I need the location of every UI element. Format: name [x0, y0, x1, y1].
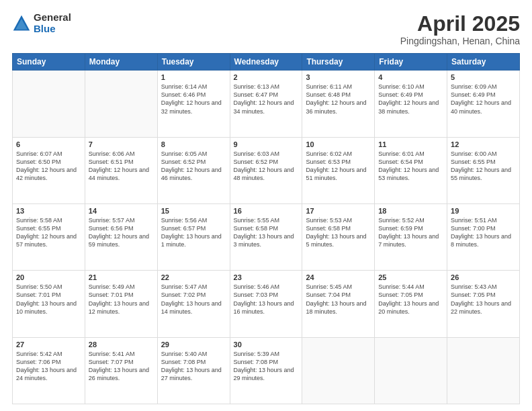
day-cell: 20Sunrise: 5:50 AM Sunset: 7:01 PM Dayli…: [13, 271, 85, 337]
day-info: Sunrise: 5:46 AM Sunset: 7:03 PM Dayligh…: [234, 283, 299, 316]
col-tuesday: Tuesday: [157, 54, 230, 71]
day-number: 20: [16, 273, 81, 281]
day-number: 19: [451, 207, 516, 215]
day-info: Sunrise: 6:00 AM Sunset: 6:55 PM Dayligh…: [451, 150, 516, 183]
day-cell: 2Sunrise: 6:13 AM Sunset: 6:47 PM Daylig…: [230, 71, 302, 137]
day-number: 9: [234, 140, 299, 148]
day-number: 3: [306, 73, 371, 81]
day-info: Sunrise: 5:53 AM Sunset: 6:58 PM Dayligh…: [306, 216, 371, 249]
day-info: Sunrise: 5:55 AM Sunset: 6:58 PM Dayligh…: [234, 216, 299, 249]
header-row: Sunday Monday Tuesday Wednesday Thursday…: [13, 54, 520, 71]
logo-general-text: General: [34, 12, 71, 24]
day-cell: 6Sunrise: 6:07 AM Sunset: 6:50 PM Daylig…: [13, 137, 85, 203]
day-info: Sunrise: 5:43 AM Sunset: 7:05 PM Dayligh…: [451, 283, 516, 316]
col-saturday: Saturday: [447, 54, 520, 71]
day-cell: 1Sunrise: 6:14 AM Sunset: 6:46 PM Daylig…: [157, 71, 230, 137]
col-wednesday: Wednesday: [230, 54, 302, 71]
subtitle: Pingdingshan, Henan, China: [400, 36, 520, 46]
day-info: Sunrise: 6:10 AM Sunset: 6:49 PM Dayligh…: [378, 83, 443, 116]
day-number: 26: [451, 273, 516, 281]
day-number: 30: [234, 340, 299, 349]
day-cell: 24Sunrise: 5:45 AM Sunset: 7:04 PM Dayli…: [302, 271, 375, 337]
day-cell: [302, 337, 375, 404]
col-sunday: Sunday: [13, 54, 85, 71]
day-cell: 30Sunrise: 5:39 AM Sunset: 7:08 PM Dayli…: [230, 337, 302, 404]
title-block: April 2025 Pingdingshan, Henan, China: [400, 12, 520, 46]
day-cell: 8Sunrise: 6:05 AM Sunset: 6:52 PM Daylig…: [157, 137, 230, 203]
day-info: Sunrise: 5:39 AM Sunset: 7:08 PM Dayligh…: [234, 350, 299, 383]
day-cell: 3Sunrise: 6:11 AM Sunset: 6:48 PM Daylig…: [302, 71, 375, 137]
day-info: Sunrise: 5:58 AM Sunset: 6:55 PM Dayligh…: [16, 216, 81, 249]
day-number: 14: [89, 207, 154, 215]
day-number: 16: [234, 207, 299, 215]
week-row-4: 20Sunrise: 5:50 AM Sunset: 7:01 PM Dayli…: [13, 271, 520, 337]
day-cell: 27Sunrise: 5:42 AM Sunset: 7:06 PM Dayli…: [13, 337, 85, 404]
day-cell: 7Sunrise: 6:06 AM Sunset: 6:51 PM Daylig…: [85, 137, 157, 203]
day-cell: [447, 337, 520, 404]
day-number: 7: [89, 140, 154, 148]
day-info: Sunrise: 5:56 AM Sunset: 6:57 PM Dayligh…: [161, 216, 226, 249]
week-row-1: 1Sunrise: 6:14 AM Sunset: 6:46 PM Daylig…: [13, 71, 520, 137]
day-info: Sunrise: 6:07 AM Sunset: 6:50 PM Dayligh…: [16, 150, 81, 183]
day-number: 4: [378, 73, 443, 81]
day-info: Sunrise: 6:05 AM Sunset: 6:52 PM Dayligh…: [161, 150, 226, 183]
day-info: Sunrise: 5:49 AM Sunset: 7:01 PM Dayligh…: [89, 283, 154, 316]
day-cell: 14Sunrise: 5:57 AM Sunset: 6:56 PM Dayli…: [85, 203, 157, 270]
day-number: 22: [161, 273, 226, 281]
day-number: 29: [161, 340, 226, 349]
day-cell: 4Sunrise: 6:10 AM Sunset: 6:49 PM Daylig…: [375, 71, 447, 137]
week-row-2: 6Sunrise: 6:07 AM Sunset: 6:50 PM Daylig…: [13, 137, 520, 203]
logo-text: General Blue: [34, 12, 71, 34]
day-info: Sunrise: 5:51 AM Sunset: 7:00 PM Dayligh…: [451, 216, 516, 249]
calendar-table: Sunday Monday Tuesday Wednesday Thursday…: [12, 53, 520, 404]
day-number: 15: [161, 207, 226, 215]
day-number: 25: [378, 273, 443, 281]
day-number: 11: [378, 140, 443, 148]
day-number: 6: [16, 140, 81, 148]
day-info: Sunrise: 6:14 AM Sunset: 6:46 PM Dayligh…: [161, 83, 226, 116]
day-cell: 15Sunrise: 5:56 AM Sunset: 6:57 PM Dayli…: [157, 203, 230, 270]
day-info: Sunrise: 6:02 AM Sunset: 6:53 PM Dayligh…: [306, 150, 371, 183]
week-row-3: 13Sunrise: 5:58 AM Sunset: 6:55 PM Dayli…: [13, 203, 520, 270]
day-number: 27: [16, 340, 81, 349]
day-info: Sunrise: 6:01 AM Sunset: 6:54 PM Dayligh…: [378, 150, 443, 183]
day-cell: 25Sunrise: 5:44 AM Sunset: 7:05 PM Dayli…: [375, 271, 447, 337]
day-cell: 26Sunrise: 5:43 AM Sunset: 7:05 PM Dayli…: [447, 271, 520, 337]
day-info: Sunrise: 5:45 AM Sunset: 7:04 PM Dayligh…: [306, 283, 371, 316]
day-info: Sunrise: 5:40 AM Sunset: 7:08 PM Dayligh…: [161, 350, 226, 383]
day-cell: [85, 71, 157, 137]
day-number: 23: [234, 273, 299, 281]
day-number: 21: [89, 273, 154, 281]
day-info: Sunrise: 5:50 AM Sunset: 7:01 PM Dayligh…: [16, 283, 81, 316]
col-monday: Monday: [85, 54, 157, 71]
logo-icon: [12, 14, 31, 33]
logo-blue-text: Blue: [34, 24, 71, 35]
logo: General Blue: [12, 12, 71, 34]
col-thursday: Thursday: [302, 54, 375, 71]
day-number: 2: [234, 73, 299, 81]
day-cell: 19Sunrise: 5:51 AM Sunset: 7:00 PM Dayli…: [447, 203, 520, 270]
header: General Blue April 2025 Pingdingshan, He…: [12, 12, 520, 46]
day-number: 13: [16, 207, 81, 215]
day-info: Sunrise: 6:13 AM Sunset: 6:47 PM Dayligh…: [234, 83, 299, 116]
col-friday: Friday: [375, 54, 447, 71]
day-cell: 28Sunrise: 5:41 AM Sunset: 7:07 PM Dayli…: [85, 337, 157, 404]
day-info: Sunrise: 5:52 AM Sunset: 6:59 PM Dayligh…: [378, 216, 443, 249]
day-cell: 17Sunrise: 5:53 AM Sunset: 6:58 PM Dayli…: [302, 203, 375, 270]
page: General Blue April 2025 Pingdingshan, He…: [0, 0, 532, 411]
day-info: Sunrise: 5:41 AM Sunset: 7:07 PM Dayligh…: [89, 350, 154, 383]
day-info: Sunrise: 5:47 AM Sunset: 7:02 PM Dayligh…: [161, 283, 226, 316]
day-info: Sunrise: 6:11 AM Sunset: 6:48 PM Dayligh…: [306, 83, 371, 116]
day-cell: 18Sunrise: 5:52 AM Sunset: 6:59 PM Dayli…: [375, 203, 447, 270]
day-number: 28: [89, 340, 154, 349]
day-cell: 9Sunrise: 6:03 AM Sunset: 6:52 PM Daylig…: [230, 137, 302, 203]
day-cell: 5Sunrise: 6:09 AM Sunset: 6:49 PM Daylig…: [447, 71, 520, 137]
day-info: Sunrise: 6:09 AM Sunset: 6:49 PM Dayligh…: [451, 83, 516, 116]
day-info: Sunrise: 6:06 AM Sunset: 6:51 PM Dayligh…: [89, 150, 154, 183]
day-number: 1: [161, 73, 226, 81]
day-cell: 21Sunrise: 5:49 AM Sunset: 7:01 PM Dayli…: [85, 271, 157, 337]
day-number: 10: [306, 140, 371, 148]
day-cell: 23Sunrise: 5:46 AM Sunset: 7:03 PM Dayli…: [230, 271, 302, 337]
day-number: 8: [161, 140, 226, 148]
day-number: 12: [451, 140, 516, 148]
